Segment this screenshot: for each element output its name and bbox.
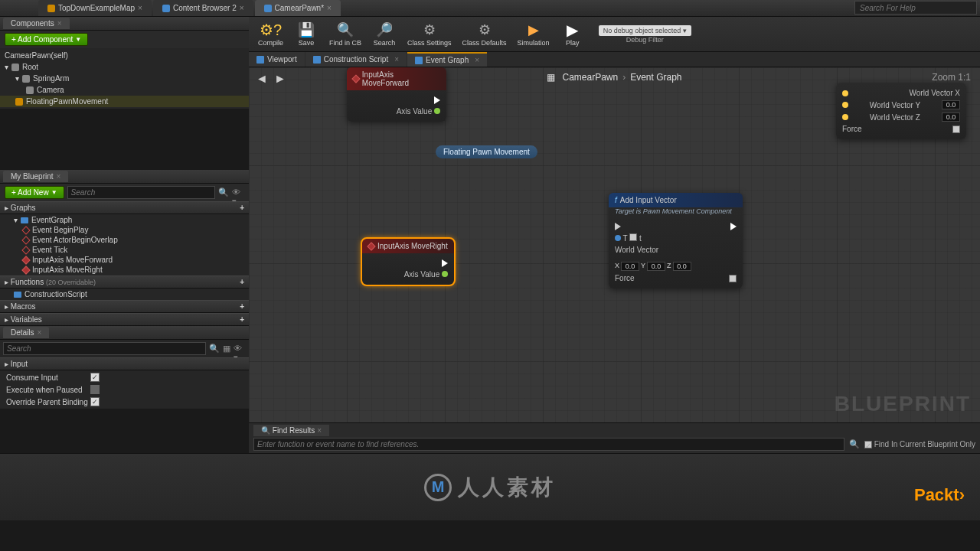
search-icon[interactable]: 🔍: [209, 344, 220, 354]
variables-header[interactable]: ▸ Variables+: [0, 313, 249, 326]
y-input[interactable]: [647, 262, 665, 271]
exec-pin-out[interactable]: [730, 223, 737, 230]
close-icon[interactable]: ×: [475, 56, 479, 64]
findcb-button[interactable]: 🔍Find in CB: [325, 18, 366, 50]
close-icon[interactable]: ×: [240, 4, 244, 12]
component-self[interactable]: CamearPawn(self): [0, 50, 249, 61]
compile-button[interactable]: ⚙?Compile: [253, 18, 288, 50]
exec-pin-in[interactable]: [615, 223, 621, 230]
components-tree: CamearPawn(self) ▾Root ▾SpringArm Camera…: [0, 48, 249, 109]
event-icon: [367, 242, 375, 250]
function-icon: [14, 292, 21, 298]
graph-canvas[interactable]: ◄ ► ▦ CamearPawn › Event Graph Zoom 1:1 …: [249, 67, 980, 422]
graph-eventgraph[interactable]: ▾EventGraph: [0, 215, 249, 225]
value-input[interactable]: [942, 112, 960, 122]
movement-icon: [15, 98, 23, 106]
checkbox[interactable]: [952, 126, 960, 133]
event-moveforward[interactable]: InputAxis MoveForward: [0, 255, 249, 265]
component-root[interactable]: ▾Root: [0, 61, 249, 73]
breadcrumb[interactable]: ▦ CamearPawn › Event Graph: [547, 72, 681, 83]
float-pin[interactable]: [434, 108, 440, 114]
close-icon[interactable]: ×: [394, 55, 399, 64]
tab-blueprint[interactable]: CamearPawn*×: [255, 0, 341, 16]
macros-header[interactable]: ▸ Macros+: [0, 300, 249, 313]
event-tick[interactable]: Event Tick: [0, 245, 249, 255]
close-icon[interactable]: ×: [317, 426, 322, 435]
nav-back-button[interactable]: ◄: [255, 72, 269, 86]
function-construction[interactable]: ConstructionScript: [0, 289, 249, 299]
tab-construction[interactable]: Construction Script×: [305, 52, 407, 67]
springarm-icon: [22, 75, 30, 83]
event-icon: [21, 266, 30, 274]
details-search[interactable]: [3, 342, 206, 355]
vector-pin[interactable]: [842, 114, 848, 120]
add-variable-button[interactable]: +: [240, 315, 244, 324]
add-function-button[interactable]: +: [240, 278, 244, 286]
float-pin[interactable]: [442, 271, 448, 277]
checkbox[interactable]: ✓: [629, 233, 637, 241]
component-springarm[interactable]: ▾SpringArm: [0, 73, 249, 84]
checkbox[interactable]: [729, 275, 737, 282]
node-floating-pawn-ref[interactable]: Floating Pawn Movement: [436, 145, 537, 158]
node-add-input-vector[interactable]: fAdd Input Vector Target is Pawn Movemen…: [609, 193, 743, 289]
tab-map[interactable]: TopDownExampleMap×: [38, 0, 152, 16]
exec-pin[interactable]: [434, 96, 440, 104]
node-moveright[interactable]: InputAxis MoveRight Axis Value: [362, 239, 454, 285]
node-moveforward[interactable]: InputAxis MoveForward Axis Value: [347, 67, 446, 122]
tab-content-browser[interactable]: Content Browser 2×: [153, 0, 253, 16]
search-icon: 🔎: [376, 21, 393, 38]
class-defaults-button[interactable]: ⚙Class Defaults: [458, 18, 511, 50]
exec-pin[interactable]: [442, 259, 448, 267]
target-pin[interactable]: [615, 235, 621, 241]
vector-pin[interactable]: [842, 90, 848, 96]
add-new-button[interactable]: + Add New▼: [5, 186, 64, 199]
event-moveright[interactable]: InputAxis MoveRight: [0, 265, 249, 275]
input-section-header[interactable]: ▸ Input: [0, 357, 249, 370]
event-overlap[interactable]: Event ActorBeginOverlap: [0, 235, 249, 245]
checkbox[interactable]: [90, 385, 100, 394]
value-input[interactable]: [942, 100, 960, 109]
tab-eventgraph[interactable]: Event Graph×: [407, 52, 487, 67]
search-help-input[interactable]: [854, 1, 977, 15]
close-icon[interactable]: ×: [327, 4, 332, 12]
graphs-header[interactable]: ▸ Graphs+: [0, 201, 249, 214]
add-macro-button[interactable]: +: [240, 302, 244, 311]
camera-icon: [26, 86, 34, 94]
search-button[interactable]: 🔎Search: [368, 18, 401, 50]
x-input[interactable]: [621, 262, 639, 271]
close-icon[interactable]: ×: [57, 172, 61, 181]
play-button[interactable]: ▶Play: [556, 18, 590, 50]
class-settings-button[interactable]: ⚙Class Settings: [403, 18, 456, 50]
visibility-icon[interactable]: 👁▾: [234, 344, 246, 354]
defaults-icon: ⚙: [476, 21, 493, 38]
myblueprint-search[interactable]: [67, 186, 215, 199]
close-icon[interactable]: ×: [38, 328, 42, 337]
save-button[interactable]: 💾Save: [289, 18, 323, 50]
tab-viewport[interactable]: Viewport: [249, 52, 305, 67]
search-icon[interactable]: 🔍: [218, 187, 229, 198]
scene-icon: [11, 64, 19, 71]
component-camera[interactable]: Camera: [0, 84, 249, 96]
checkbox[interactable]: ✓: [90, 373, 100, 382]
functions-header[interactable]: ▸ Functions (20 Overridable)+: [0, 276, 249, 289]
view-options-icon[interactable]: ▦: [223, 344, 230, 354]
simulation-button[interactable]: ▶Simulation: [513, 18, 554, 50]
debug-filter[interactable]: No debug object selected ▾ Debug Filter: [599, 18, 691, 50]
add-component-button[interactable]: + Add Component▼: [5, 33, 88, 46]
search-icon[interactable]: 🔍: [849, 439, 860, 450]
find-input[interactable]: [253, 438, 844, 451]
checkbox[interactable]: ✓: [90, 397, 100, 406]
vector-pin[interactable]: [842, 102, 848, 108]
add-graph-button[interactable]: +: [240, 204, 244, 212]
component-floatingpawn[interactable]: FloatingPawnMovement: [0, 96, 249, 107]
z-input[interactable]: [673, 262, 691, 271]
find-results-tab[interactable]: 🔍 Find Results ×: [253, 425, 329, 436]
visibility-icon[interactable]: 👁▾: [232, 187, 244, 198]
close-icon[interactable]: ×: [138, 4, 142, 12]
nav-forward-button[interactable]: ►: [273, 72, 287, 86]
find-scope-toggle[interactable]: ✓Find In Current Blueprint Only: [864, 440, 975, 448]
event-beginplay[interactable]: Event BeginPlay: [0, 225, 249, 235]
close-icon[interactable]: ×: [57, 19, 62, 28]
node-addvector-upper[interactable]: World Vector X World Vector Y World Vect…: [836, 83, 966, 139]
folder-icon: [162, 5, 170, 12]
